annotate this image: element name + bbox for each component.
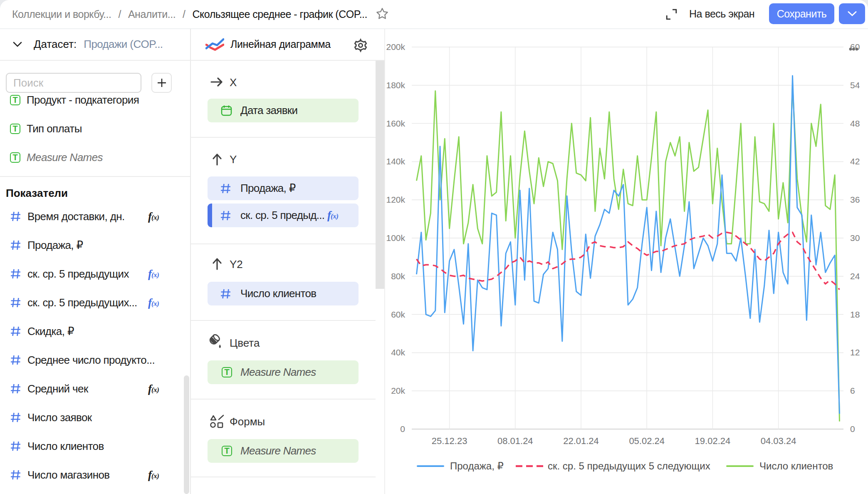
- svg-text:ск. ср. 5 предыдущих 5 следующ: ск. ср. 5 предыдущих 5 следующих: [548, 460, 710, 472]
- svg-text:05.02.24: 05.02.24: [629, 436, 665, 446]
- svg-text:Число клиентов: Число клиентов: [759, 460, 833, 472]
- svg-text:80k: 80k: [391, 271, 405, 281]
- svg-text:60: 60: [850, 42, 860, 52]
- svg-text:48: 48: [850, 119, 860, 128]
- svg-text:60k: 60k: [391, 310, 405, 319]
- svg-text:160k: 160k: [386, 119, 405, 128]
- svg-text:0: 0: [850, 424, 855, 434]
- svg-text:54: 54: [850, 80, 860, 90]
- svg-text:140k: 140k: [386, 156, 405, 166]
- svg-text:30: 30: [850, 233, 860, 243]
- svg-text:100k: 100k: [386, 233, 405, 243]
- svg-text:12: 12: [850, 348, 860, 357]
- svg-text:40k: 40k: [391, 348, 405, 357]
- svg-text:19.02.24: 19.02.24: [695, 436, 731, 446]
- svg-text:04.03.24: 04.03.24: [761, 436, 796, 446]
- svg-text:08.01.24: 08.01.24: [497, 436, 533, 446]
- svg-text:22.01.24: 22.01.24: [563, 436, 599, 446]
- svg-text:20k: 20k: [391, 386, 405, 395]
- svg-text:25.12.23: 25.12.23: [432, 436, 467, 446]
- svg-text:120k: 120k: [386, 195, 405, 204]
- svg-text:24: 24: [850, 271, 860, 281]
- svg-text:Продажа, ₽: Продажа, ₽: [450, 460, 504, 472]
- svg-text:180k: 180k: [386, 80, 405, 90]
- svg-text:42: 42: [850, 156, 860, 166]
- svg-text:6: 6: [850, 386, 855, 395]
- svg-text:36: 36: [850, 195, 860, 204]
- svg-text:18: 18: [850, 310, 860, 319]
- svg-text:200k: 200k: [386, 42, 405, 52]
- svg-text:0: 0: [400, 424, 405, 434]
